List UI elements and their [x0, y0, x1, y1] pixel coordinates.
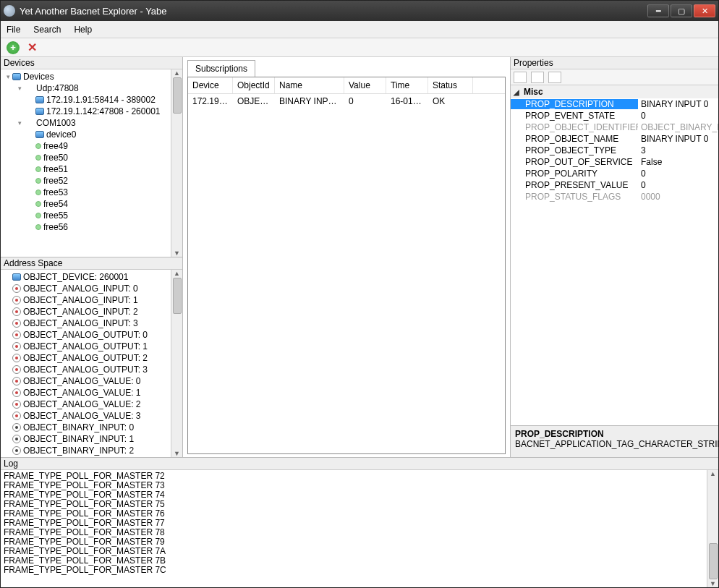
com-device-4[interactable]: free52	[2, 175, 169, 187]
property-row[interactable]: PROP_DESCRIPTIONBINARY INPUT 0	[511, 98, 718, 110]
address-space-header: Address Space	[1, 257, 182, 270]
grid-header[interactable]: Device ObjectId Name Value Time Status	[188, 77, 505, 94]
prop-sort-icon[interactable]	[531, 72, 544, 83]
address-space-item-3[interactable]: OBJECT_ANALOG_INPUT: 2	[2, 306, 169, 318]
property-row[interactable]: PROP_OBJECT_TYPE3	[511, 145, 718, 156]
property-row[interactable]: PROP_STATUS_FLAGS0000	[511, 191, 718, 203]
prop-pages-icon[interactable]	[548, 72, 561, 83]
devices-scrollbar[interactable]: ▲▼	[171, 69, 182, 257]
menubar: File Search Help	[1, 21, 718, 38]
log-scrollbar[interactable]: ▲▼	[707, 470, 718, 587]
close-button[interactable]: ✕	[694, 4, 715, 17]
log-text[interactable]: FRAME_TYPE_POLL_FOR_MASTER 72 FRAME_TYPE…	[1, 470, 707, 587]
property-row[interactable]: PROP_EVENT_STATE0	[511, 110, 718, 122]
com-device-1[interactable]: free49	[2, 140, 169, 152]
address-space-item-0[interactable]: OBJECT_DEVICE: 260001	[2, 271, 169, 283]
property-row[interactable]: PROP_OUT_OF_SERVICEFalse	[511, 156, 718, 168]
address-space-item-11[interactable]: OBJECT_ANALOG_VALUE: 2	[2, 399, 169, 410]
com-device-2[interactable]: free50	[2, 152, 169, 163]
properties-toolbar	[511, 69, 718, 85]
app-icon	[4, 5, 15, 17]
col-name[interactable]: Name	[275, 77, 344, 93]
app-window: Yet Another Bacnet Explorer - Yabe ━ ▢ ✕…	[0, 0, 719, 588]
address-space-tree[interactable]: OBJECT_DEVICE: 260001OBJECT_ANALOG_INPUT…	[1, 270, 171, 457]
add-button[interactable]: +	[7, 41, 20, 54]
col-device[interactable]: Device	[188, 77, 233, 93]
menu-file[interactable]: File	[7, 25, 20, 35]
menu-search[interactable]: Search	[33, 25, 61, 35]
com-device-6[interactable]: free54	[2, 198, 169, 210]
properties-header: Properties	[511, 57, 718, 69]
window-title: Yet Another Bacnet Explorer - Yabe	[20, 6, 167, 17]
com-device-7[interactable]: free55	[2, 210, 169, 221]
property-grid[interactable]: ◢Misc PROP_DESCRIPTIONBINARY INPUT 0PROP…	[511, 85, 718, 425]
address-space-item-8[interactable]: OBJECT_ANALOG_OUTPUT: 3	[2, 364, 169, 375]
address-space-item-13[interactable]: OBJECT_BINARY_INPUT: 0	[2, 422, 169, 433]
log-header: Log	[1, 458, 718, 470]
property-row[interactable]: PROP_OBJECT_IDENTIFIEROBJECT_BINARY_I	[511, 122, 718, 133]
address-space-item-7[interactable]: OBJECT_ANALOG_OUTPUT: 2	[2, 352, 169, 364]
col-status[interactable]: Status	[428, 77, 473, 93]
col-objectid[interactable]: ObjectId	[233, 77, 275, 93]
address-space-item-5[interactable]: OBJECT_ANALOG_OUTPUT: 0	[2, 329, 169, 341]
property-description: PROP_DESCRIPTION BACNET_APPLICATION_TAG_…	[511, 425, 718, 457]
toolbar: + ✕	[1, 38, 718, 57]
prop-desc-body: BACNET_APPLICATION_TAG_CHARACTER_STRING	[515, 439, 714, 449]
devices-root[interactable]: ▾Devices	[2, 71, 169, 82]
address-space-item-14[interactable]: OBJECT_BINARY_INPUT: 1	[2, 433, 169, 445]
delete-button[interactable]: ✕	[25, 41, 38, 54]
menu-help[interactable]: Help	[74, 25, 92, 35]
grid-row[interactable]: 172.19.1...OBJEC...BINARY INPU...016-01-…	[188, 94, 505, 108]
address-space-item-10[interactable]: OBJECT_ANALOG_VALUE: 1	[2, 387, 169, 399]
prop-categorized-icon[interactable]	[514, 72, 527, 83]
devices-header: Devices	[1, 57, 182, 69]
property-row[interactable]: PROP_POLARITY0	[511, 168, 718, 179]
com-device-0[interactable]: device0	[2, 129, 169, 140]
com-device-3[interactable]: free51	[2, 163, 169, 175]
address-space-item-2[interactable]: OBJECT_ANALOG_INPUT: 1	[2, 294, 169, 306]
udp-device-1[interactable]: 172.19.1.142:47808 - 260001	[2, 106, 169, 117]
com-node[interactable]: ▾COM1003	[2, 117, 169, 129]
udp-device-0[interactable]: 172.19.1.91:58414 - 389002	[2, 94, 169, 106]
col-value[interactable]: Value	[344, 77, 386, 93]
property-row[interactable]: PROP_OBJECT_NAMEBINARY INPUT 0	[511, 133, 718, 145]
titlebar[interactable]: Yet Another Bacnet Explorer - Yabe ━ ▢ ✕	[1, 1, 718, 21]
property-row[interactable]: PROP_PRESENT_VALUE0	[511, 179, 718, 191]
minimize-button[interactable]: ━	[647, 4, 669, 17]
udp-node[interactable]: ▾Udp:47808	[2, 82, 169, 94]
prop-category[interactable]: ◢Misc	[511, 85, 718, 98]
address-space-item-6[interactable]: OBJECT_ANALOG_OUTPUT: 1	[2, 341, 169, 352]
address-space-item-9[interactable]: OBJECT_ANALOG_VALUE: 0	[2, 375, 169, 387]
subscriptions-grid[interactable]: Device ObjectId Name Value Time Status 1…	[187, 77, 506, 454]
address-space-item-4[interactable]: OBJECT_ANALOG_INPUT: 3	[2, 318, 169, 329]
com-device-8[interactable]: free56	[2, 221, 169, 233]
address-space-item-15[interactable]: OBJECT_BINARY_INPUT: 2	[2, 445, 169, 456]
maximize-button[interactable]: ▢	[671, 4, 692, 17]
address-space-item-12[interactable]: OBJECT_ANALOG_VALUE: 3	[2, 410, 169, 422]
tab-subscriptions[interactable]: Subscriptions	[187, 60, 255, 77]
prop-desc-title: PROP_DESCRIPTION	[515, 429, 714, 439]
address-space-scrollbar[interactable]: ▲▼	[171, 270, 182, 457]
address-space-item-1[interactable]: OBJECT_ANALOG_INPUT: 0	[2, 283, 169, 294]
com-device-5[interactable]: free53	[2, 187, 169, 198]
devices-tree[interactable]: ▾Devices▾Udp:47808172.19.1.91:58414 - 38…	[1, 69, 171, 257]
col-time[interactable]: Time	[386, 77, 428, 93]
